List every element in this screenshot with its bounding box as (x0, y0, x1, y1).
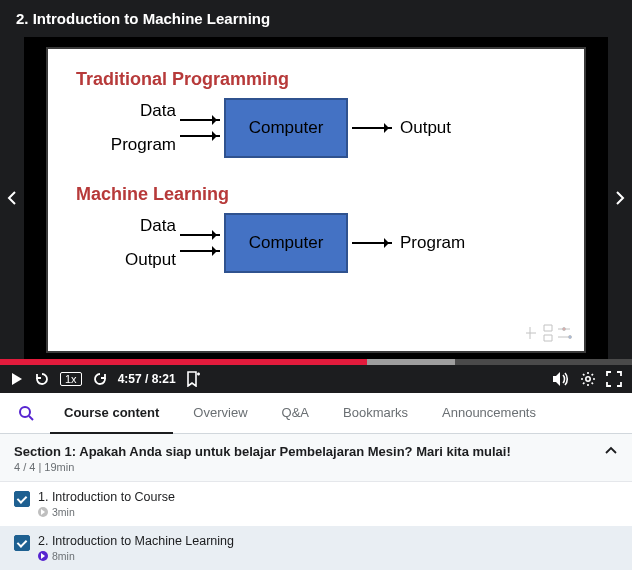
lecture-title-bar: 2. Introduction to Machine Learning (0, 0, 632, 37)
below-video-panel: Course content Overview Q&A Bookmarks An… (0, 393, 632, 581)
lesson-title: 1. Introduction to Course (38, 490, 175, 504)
play-button[interactable] (10, 372, 24, 386)
lesson-duration: 3min (52, 506, 75, 518)
play-indicator-icon (38, 507, 48, 517)
tabs-bar: Course content Overview Q&A Bookmarks An… (0, 393, 632, 434)
diagram-row-2: Data Output Computer Program (76, 213, 556, 273)
tab-bookmarks[interactable]: Bookmarks (329, 392, 422, 434)
course-player-app: { "header": { "lecture_title": "2. Intro… (0, 0, 632, 581)
play-indicator-icon (38, 551, 48, 561)
video-area: Traditional Programming Data Program Com… (0, 37, 632, 359)
section-collapse-button[interactable] (604, 444, 618, 458)
section-title: Section 1: Apakah Anda siap untuk belaja… (14, 444, 511, 459)
lesson-checkbox[interactable] (14, 491, 30, 507)
chevron-left-icon (7, 191, 17, 205)
add-bookmark-button[interactable] (186, 371, 200, 387)
svg-point-0 (563, 328, 566, 331)
video-controls: 1x 4:57 / 8:21 (0, 365, 632, 393)
search-icon (18, 405, 34, 421)
tab-announcements[interactable]: Announcements (428, 392, 550, 434)
svg-point-1 (569, 336, 572, 339)
diagram-box: Computer (224, 98, 348, 158)
play-icon (10, 372, 24, 386)
gear-icon (580, 371, 596, 387)
volume-icon (552, 371, 570, 387)
current-time: 4:57 (118, 372, 142, 386)
playback-rate-button[interactable]: 1x (60, 372, 82, 386)
diagram-label: Output (400, 118, 451, 138)
arrow-icon (180, 135, 220, 137)
fullscreen-icon (606, 371, 622, 387)
slide-content: Traditional Programming Data Program Com… (46, 47, 586, 353)
volume-button[interactable] (552, 371, 570, 387)
section-meta: 4 / 4 | 19min (14, 461, 511, 473)
diagram-label: Output (125, 250, 176, 270)
diagram-box: Computer (224, 213, 348, 273)
forward-icon (92, 371, 108, 387)
forward-button[interactable] (92, 371, 108, 387)
lesson-duration: 8min (52, 550, 75, 562)
next-lecture-button[interactable] (608, 37, 632, 359)
lesson-row[interactable]: 2. Introduction to Machine Learning 8min (0, 526, 632, 570)
settings-button[interactable] (580, 371, 596, 387)
lesson-title: 2. Introduction to Machine Learning (38, 534, 234, 548)
arrow-icon (352, 242, 392, 244)
arrow-icon (180, 250, 220, 252)
slide-heading-2: Machine Learning (76, 184, 556, 205)
tab-overview[interactable]: Overview (179, 392, 261, 434)
prev-lecture-button[interactable] (0, 37, 24, 359)
slide-heading-1: Traditional Programming (76, 69, 556, 90)
section-header[interactable]: Section 1: Apakah Anda siap untuk belaja… (0, 434, 632, 482)
tab-course-content[interactable]: Course content (50, 392, 173, 434)
slide-watermark (524, 321, 574, 345)
fullscreen-button[interactable] (606, 371, 622, 387)
diagram-label: Program (111, 135, 176, 155)
svg-point-3 (20, 407, 30, 417)
chevron-right-icon (615, 191, 625, 205)
video-stage[interactable]: Traditional Programming Data Program Com… (24, 37, 608, 359)
diagram-label: Data (140, 101, 176, 121)
arrow-icon (180, 234, 220, 236)
lecture-title: 2. Introduction to Machine Learning (16, 10, 270, 27)
lesson-row[interactable]: 1. Introduction to Course 3min (0, 482, 632, 526)
tab-qa[interactable]: Q&A (268, 392, 323, 434)
diagram-label: Data (140, 216, 176, 236)
rewind-button[interactable] (34, 371, 50, 387)
time-display: 4:57 / 8:21 (118, 372, 176, 386)
diagram-row-1: Data Program Computer Output (76, 98, 556, 158)
lesson-checkbox[interactable] (14, 535, 30, 551)
diagram-label: Program (400, 233, 465, 253)
bookmark-plus-icon (186, 371, 200, 387)
arrow-icon (352, 127, 392, 129)
chevron-up-icon (604, 444, 618, 458)
svg-point-2 (586, 377, 590, 381)
search-button[interactable] (8, 405, 44, 421)
duration: 8:21 (152, 372, 176, 386)
arrow-icon (180, 119, 220, 121)
rewind-icon (34, 371, 50, 387)
